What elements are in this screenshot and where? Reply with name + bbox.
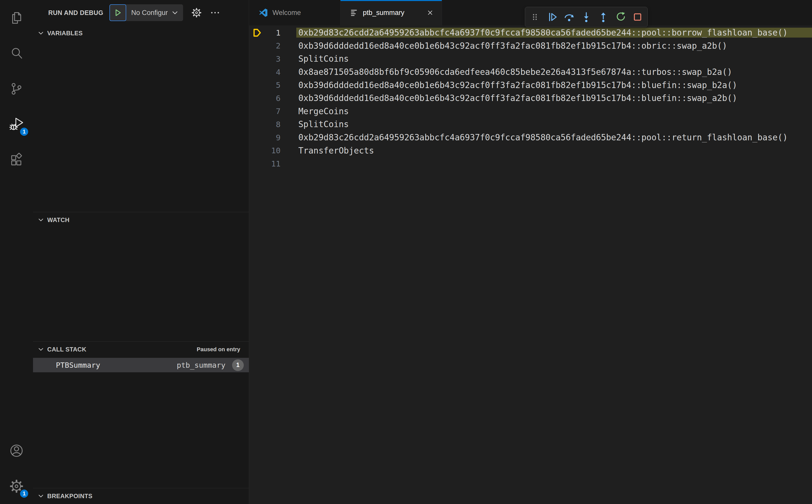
vscode-logo-icon xyxy=(259,8,268,17)
watch-section-header[interactable]: WATCH xyxy=(33,212,249,228)
chevron-down-icon xyxy=(38,493,44,499)
code-line: 8 SplitCoins xyxy=(249,118,812,131)
current-line: 1 0xb29d83c26cdd2a64959263abbcfc4a6937f0… xyxy=(249,26,812,39)
search-icon[interactable] xyxy=(0,36,33,71)
line-number: 8 xyxy=(265,120,280,129)
debug-settings-button[interactable] xyxy=(191,7,202,18)
line-number: 1 xyxy=(265,28,280,37)
variables-section: VARIABLES xyxy=(33,25,249,212)
breakpoints-section-header[interactable]: BREAKPOINTS xyxy=(33,488,249,504)
watch-label: WATCH xyxy=(47,216,70,224)
code-line: 7 MergeCoins xyxy=(249,105,812,118)
call-stack-section: CALL STACK Paused on entry PTBSummary pt… xyxy=(33,341,249,488)
code-text[interactable]: 0xb39d6dddedd16ed8a40ce0b1e6b43c92acf0ff… xyxy=(296,93,812,103)
code-text[interactable]: SplitCoins xyxy=(296,54,812,64)
tab-welcome[interactable]: Welcome xyxy=(249,0,340,25)
editor-area: Welcome ptb_summary xyxy=(249,0,812,504)
restart-icon[interactable] xyxy=(614,10,628,24)
gear-icon xyxy=(191,7,202,18)
continue-icon[interactable] xyxy=(545,10,559,24)
sidebar-header: RUN AND DEBUG No Configur xyxy=(33,0,249,25)
activity-bar: 1 xyxy=(0,0,33,504)
variables-label: VARIABLES xyxy=(47,30,83,37)
accounts-icon[interactable] xyxy=(0,433,33,468)
activity-bar-top: 1 xyxy=(0,0,33,178)
start-debug-button[interactable] xyxy=(109,4,126,21)
code-editor: 1 0xb29d83c26cdd2a64959263abbcfc4a6937f0… xyxy=(249,25,812,504)
step-into-icon[interactable] xyxy=(579,10,593,24)
line-number: 3 xyxy=(265,54,280,63)
run-and-debug-sidebar: RUN AND DEBUG No Configur xyxy=(33,0,249,504)
code-text[interactable]: TransferObjects xyxy=(296,146,812,156)
tab-ptb-summary-label: ptb_summary xyxy=(363,9,404,17)
step-over-icon[interactable] xyxy=(562,10,576,24)
config-dropdown-label: No Configur xyxy=(131,9,168,17)
line-number: 7 xyxy=(265,107,280,116)
code-line: 9 0xb29d83c26cdd2a64959263abbcfc4a6937f0… xyxy=(249,131,812,144)
code-text[interactable]: 0xb29d83c26cdd2a64959263abbcfc4a6937f0c9… xyxy=(296,28,812,38)
activity-bar-bottom: 1 xyxy=(0,433,33,504)
line-number: 6 xyxy=(265,94,280,103)
chevron-down-icon xyxy=(38,217,44,223)
paused-status: Paused on entry xyxy=(197,346,240,353)
play-icon xyxy=(113,8,122,17)
call-stack-section-header[interactable]: CALL STACK Paused on entry xyxy=(33,342,249,357)
extensions-icon[interactable] xyxy=(0,142,33,178)
variables-section-header[interactable]: VARIABLES xyxy=(33,25,249,41)
settings-gear-icon[interactable]: 1 xyxy=(0,468,33,504)
line-number: 10 xyxy=(265,146,280,155)
line-number: 2 xyxy=(265,41,280,50)
extensions-squares-icon xyxy=(9,153,24,167)
chevron-down-icon xyxy=(38,30,44,36)
line-number: 5 xyxy=(265,80,280,90)
step-out-icon[interactable] xyxy=(596,10,610,24)
explorer-icon[interactable] xyxy=(0,0,33,36)
close-tab-icon[interactable] xyxy=(426,8,435,17)
vscode-window: 1 xyxy=(0,0,812,504)
person-circle-icon xyxy=(9,443,24,458)
code-line: 4 0x8ae871505a80d8bf6bf9c05906cda6edfeea… xyxy=(249,65,812,79)
magnifier-icon xyxy=(9,46,24,60)
code-text[interactable]: 0xb39d6dddedd16ed8a40ce0b1e6b43c92acf0ff… xyxy=(296,80,812,90)
stack-frame-file: ptb_summary xyxy=(177,361,225,369)
list-file-icon xyxy=(350,9,358,17)
tab-ptb-summary[interactable]: ptb_summary xyxy=(340,0,442,25)
stack-frame-name: PTBSummary xyxy=(56,361,100,369)
chevron-down-icon xyxy=(38,347,44,352)
files-icon xyxy=(9,11,24,25)
code-line: 5 0xb39d6dddedd16ed8a40ce0b1e6b43c92acf0… xyxy=(249,78,812,92)
line-number: 4 xyxy=(265,68,280,77)
debug-current-line-pointer-icon[interactable] xyxy=(249,27,265,38)
ellipsis-icon xyxy=(210,8,220,18)
code-line: 2 0xb39d6dddedd16ed8a40ce0b1e6b43c92acf0… xyxy=(249,39,812,53)
code-text[interactable]: 0xb39d6dddedd16ed8a40ce0b1e6b43c92acf0ff… xyxy=(296,41,812,51)
code-text[interactable]: 0xb29d83c26cdd2a64959263abbcfc4a6937f0c9… xyxy=(296,132,812,142)
code-text[interactable]: SplitCoins xyxy=(296,119,812,129)
code-line: 3 SplitCoins xyxy=(249,52,812,65)
code-line: 11 xyxy=(249,157,812,170)
code-line: 10 TransferObjects xyxy=(249,144,812,157)
settings-badge: 1 xyxy=(19,489,29,498)
stack-frame-badge: 1 xyxy=(232,359,244,371)
sidebar-title: RUN AND DEBUG xyxy=(48,9,103,16)
line-number: 11 xyxy=(265,159,280,168)
toolbar-drag-handle-icon[interactable] xyxy=(528,10,542,24)
watch-section: WATCH xyxy=(33,212,249,342)
sidebar-sections: VARIABLES WATCH CALL STACK Paused xyxy=(33,25,249,504)
debug-badge: 1 xyxy=(19,127,29,137)
code-text[interactable]: MergeCoins xyxy=(296,106,812,116)
call-stack-label: CALL STACK xyxy=(47,346,86,353)
line-number: 9 xyxy=(265,133,280,142)
code-text[interactable]: 0x8ae871505a80d8bf6bf9c05906cda6edfeea46… xyxy=(296,67,812,77)
tab-welcome-label: Welcome xyxy=(272,9,301,17)
stack-frame-row[interactable]: PTBSummary ptb_summary 1 xyxy=(33,358,249,372)
source-control-icon[interactable] xyxy=(0,71,33,107)
config-dropdown[interactable]: No Configur xyxy=(126,4,183,21)
run-and-debug-icon[interactable]: 1 xyxy=(0,107,33,142)
debug-toolbar xyxy=(525,7,648,27)
breakpoints-label: BREAKPOINTS xyxy=(47,493,92,500)
code-line: 6 0xb39d6dddedd16ed8a40ce0b1e6b43c92acf0… xyxy=(249,92,812,105)
stop-icon[interactable] xyxy=(631,10,645,24)
more-actions-button[interactable] xyxy=(210,8,220,18)
chevron-down-icon xyxy=(172,10,178,16)
